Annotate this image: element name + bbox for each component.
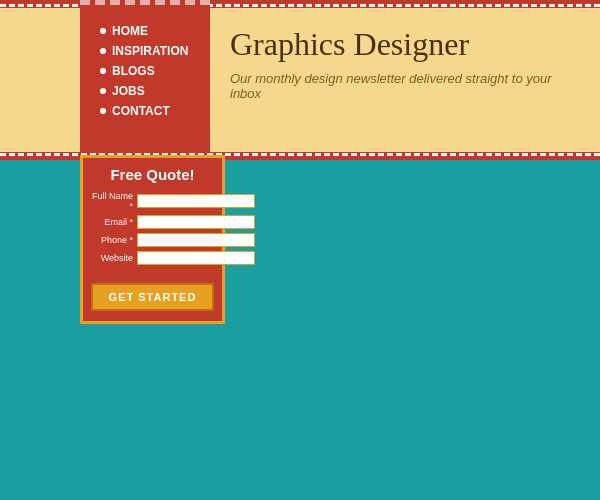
- form-inner: Full Name * Email * Phone * Website: [83, 187, 222, 277]
- form-title: Free Quote!: [83, 158, 222, 187]
- label-phone: Phone *: [91, 235, 133, 245]
- header-content: Graphics Designer Our monthly design new…: [230, 26, 580, 101]
- nav-ribbon: HOME INSPIRATION BLOGS JOBS: [80, 0, 210, 152]
- nav-link-blogs[interactable]: BLOGS: [100, 64, 210, 78]
- bullet-icon: [100, 68, 106, 74]
- form-widget: Free Quote! Full Name * Email * Phone * …: [80, 155, 225, 324]
- bullet-icon: [100, 28, 106, 34]
- form-row-website: Website: [91, 251, 214, 265]
- get-started-button[interactable]: GET STARTED: [91, 283, 214, 311]
- nav-link-home[interactable]: HOME: [100, 24, 210, 38]
- form-row-email: Email *: [91, 215, 214, 229]
- nav-item-home[interactable]: HOME: [100, 24, 210, 38]
- form-row-phone: Phone *: [91, 233, 214, 247]
- bullet-icon: [100, 88, 106, 94]
- bullet-icon: [100, 48, 106, 54]
- nav-link-contact[interactable]: CONTACT: [100, 104, 210, 118]
- nav-list: HOME INSPIRATION BLOGS JOBS: [80, 10, 210, 132]
- nav-item-inspiration[interactable]: INSPIRATION: [100, 44, 210, 58]
- label-fullname: Full Name *: [91, 191, 133, 211]
- ribbon-tail: [80, 132, 210, 152]
- nav-item-blogs[interactable]: BLOGS: [100, 64, 210, 78]
- input-website[interactable]: [137, 251, 255, 265]
- nav-item-jobs[interactable]: JOBS: [100, 84, 210, 98]
- input-fullname[interactable]: [137, 194, 255, 208]
- nav-item-contact[interactable]: CONTACT: [100, 104, 210, 118]
- form-row-fullname: Full Name *: [91, 191, 214, 211]
- input-phone[interactable]: [137, 233, 255, 247]
- page-title: Graphics Designer: [230, 26, 580, 63]
- bullet-icon: [100, 108, 106, 114]
- label-website: Website: [91, 253, 133, 263]
- page-subtitle: Our monthly design newsletter delivered …: [230, 71, 580, 101]
- nav-link-jobs[interactable]: JOBS: [100, 84, 210, 98]
- page-wrapper: Graphics Designer Our monthly design new…: [0, 0, 600, 500]
- input-email[interactable]: [137, 215, 255, 229]
- nav-link-inspiration[interactable]: INSPIRATION: [100, 44, 210, 58]
- label-email: Email *: [91, 217, 133, 227]
